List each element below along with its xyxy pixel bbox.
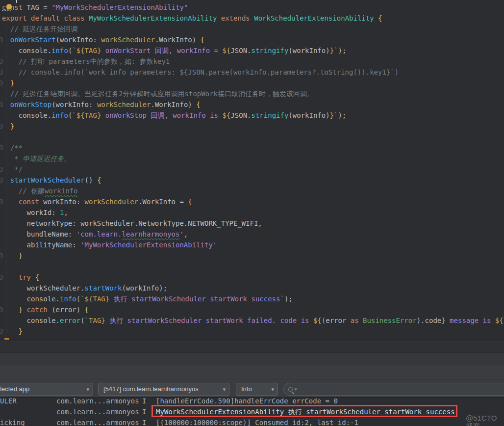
chevron-down-icon: ▾ bbox=[223, 383, 226, 395]
gutter-icon[interactable] bbox=[0, 167, 3, 172]
gutter-icon[interactable] bbox=[0, 253, 3, 258]
code-token: TAG} bbox=[89, 317, 105, 324]
code-token: // 打印 parameters中的参数，如: 参数key1 bbox=[19, 57, 170, 65]
code-token: ).code bbox=[417, 317, 442, 324]
modified-line-marker bbox=[4, 338, 9, 340]
code-line: // 延迟任务开始回调 bbox=[2, 24, 504, 34]
log-package-cell: com.learn...armonyos bbox=[56, 398, 139, 406]
code-token: JSON. bbox=[230, 47, 251, 54]
code-token: abilityName: bbox=[2, 241, 80, 249]
process-selector-dropdown[interactable]: [5417] com.learn.learnharmonyos ▾ bbox=[98, 383, 229, 396]
log-row[interactable]: ickingcom.learn...armonyosI[(100000:1000… bbox=[0, 417, 504, 426]
code-line: /** bbox=[2, 142, 504, 153]
gutter-icon[interactable] bbox=[0, 124, 3, 129]
code-token: message is bbox=[446, 317, 495, 324]
code-token: (workInfo: bbox=[51, 101, 97, 108]
code-token: MyWorkSchedulerExtensionAbility bbox=[89, 14, 217, 22]
code-token bbox=[250, 14, 254, 22]
code-token: ` bbox=[85, 317, 89, 324]
log-toolbar: elected app ▾ [5417] com.learn.learnharm… bbox=[0, 379, 504, 398]
log-list[interactable]: @51CTO博客 ULERcom.learn...armonyosI[handl… bbox=[0, 398, 504, 426]
gutter-icon[interactable] bbox=[0, 307, 3, 312]
code-token: { bbox=[97, 176, 101, 184]
code-token bbox=[359, 317, 363, 324]
code-token: ${ bbox=[222, 47, 230, 54]
code-token: onWorkStop 回调, workInfo is bbox=[101, 111, 222, 119]
log-level-dropdown[interactable]: Info ▾ bbox=[236, 383, 278, 396]
gutter-icon[interactable] bbox=[0, 37, 3, 42]
gutter-icon[interactable] bbox=[0, 59, 3, 64]
code-token: .WorkInfo) bbox=[155, 36, 201, 44]
code-token: } bbox=[19, 252, 23, 260]
chevron-down-icon: ▾ bbox=[271, 383, 274, 395]
code-line: // 创建workinfo bbox=[2, 186, 504, 196]
code-token: // 延迟任务开始回调 bbox=[10, 25, 77, 33]
code-token: 'com.learn. bbox=[76, 230, 122, 238]
log-level-cell: I bbox=[142, 406, 146, 417]
code-token: * 申请延迟任务。 bbox=[14, 155, 71, 162]
code-token: (workInfo: bbox=[56, 36, 101, 44]
log-level-cell: I bbox=[142, 398, 146, 406]
code-token: const bbox=[19, 198, 39, 206]
code-line: console.info(`${TAG} onWorkStop 回调, work… bbox=[2, 110, 504, 121]
chevron-down-icon: ▾ bbox=[86, 383, 89, 395]
code-token: ${TAG} bbox=[85, 295, 110, 303]
code-token: workScheduler. bbox=[2, 284, 85, 292]
log-search-box[interactable]: ▾ bbox=[283, 383, 504, 396]
code-token: (workInfo) bbox=[288, 111, 329, 119]
gutter-icon[interactable] bbox=[0, 102, 3, 107]
gutter-icon[interactable] bbox=[0, 145, 3, 150]
code-token: ` bbox=[334, 47, 338, 54]
text-caret bbox=[16, 0, 17, 3]
code-token: stringify bbox=[252, 47, 289, 54]
code-token: info bbox=[60, 295, 76, 303]
code-line: abilityName: 'MyWorkSchedulerExtensionAb… bbox=[2, 240, 504, 250]
code-token: bundleName: bbox=[2, 230, 76, 238]
code-token: console. bbox=[2, 47, 51, 54]
code-line: startWorkScheduler() { bbox=[2, 175, 504, 186]
code-token bbox=[2, 176, 10, 184]
code-token: (workInfo) bbox=[288, 47, 329, 54]
code-token: console. bbox=[2, 295, 60, 303]
code-token: .WorkInfo) bbox=[151, 101, 196, 108]
intention-bulb-icon[interactable] bbox=[6, 4, 12, 9]
gutter-icon[interactable] bbox=[0, 80, 3, 85]
device-selector-dropdown[interactable]: elected app ▾ bbox=[0, 383, 93, 396]
code-token: "MyWorkSchedulerExtensionAbility" bbox=[51, 3, 188, 11]
code-line: workId: 1, bbox=[2, 207, 504, 218]
gutter-icon[interactable] bbox=[0, 275, 3, 280]
code-token: } bbox=[330, 47, 334, 54]
code-token: info bbox=[51, 47, 68, 54]
code-token: ` bbox=[280, 295, 284, 303]
code-token bbox=[2, 144, 10, 152]
code-token: ${TAG} bbox=[76, 47, 101, 54]
code-token: ` bbox=[334, 111, 338, 119]
log-package-cell: com.learn...armonyos bbox=[56, 406, 139, 417]
code-token: info bbox=[51, 111, 68, 119]
gutter-icon[interactable] bbox=[0, 70, 3, 75]
code-line: networkType: workScheduler.NetworkType.N… bbox=[2, 218, 504, 229]
code-token bbox=[2, 273, 19, 281]
code-token: workScheduler bbox=[101, 36, 155, 44]
log-search-input[interactable] bbox=[297, 386, 504, 393]
code-token: ( bbox=[80, 317, 84, 324]
code-token bbox=[2, 101, 10, 108]
code-editor[interactable]: const TAG = "MyWorkSchedulerExtensionAbi… bbox=[0, 0, 504, 340]
code-token: ` bbox=[72, 47, 76, 54]
empty-panel-band-middle bbox=[0, 353, 504, 365]
code-line: // 打印 parameters中的参数，如: 参数key1 bbox=[2, 56, 504, 67]
code-line: console.info(`${TAG} onWorkStart 回调, wor… bbox=[2, 45, 504, 56]
search-icon bbox=[288, 387, 293, 392]
gutter-icon[interactable] bbox=[0, 178, 3, 183]
gutter-icon[interactable] bbox=[0, 199, 3, 204]
empty-panel-band-upper bbox=[0, 341, 504, 352]
gutter-icon[interactable] bbox=[0, 329, 3, 334]
code-token: ); bbox=[338, 111, 347, 119]
code-token: ` bbox=[72, 111, 76, 119]
code-line: } bbox=[2, 78, 504, 88]
code-token: // 延迟任务结束回调。当延迟任务2分钟超时或应用调用stopWork接口取消任… bbox=[10, 90, 314, 98]
code-line: export default class MyWorkSchedulerExte… bbox=[2, 13, 504, 24]
code-token bbox=[2, 252, 19, 260]
log-tag-cell: ULER bbox=[0, 398, 17, 406]
code-token: { bbox=[201, 36, 204, 44]
